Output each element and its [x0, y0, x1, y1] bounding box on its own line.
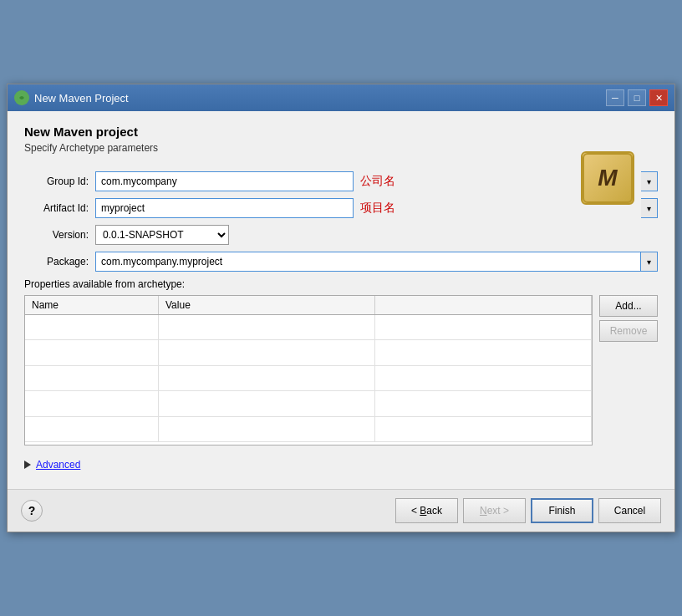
table-body [25, 315, 592, 442]
page-subtitle: Specify Archetype parameters [24, 142, 591, 154]
table-row[interactable] [25, 391, 592, 416]
artifact-id-row: Artifact Id: 项目名 ▾ [24, 198, 658, 218]
table-cell-name [25, 417, 159, 441]
group-id-annotation: 公司名 [360, 174, 395, 189]
package-input-wrapper: ▾ [95, 252, 658, 272]
package-row: Package: ▾ [24, 252, 658, 272]
advanced-expand-icon [24, 461, 31, 469]
group-id-input-wrapper: 公司名 ▾ [95, 171, 658, 191]
properties-buttons: Add... Remove [599, 295, 658, 445]
group-id-dropdown[interactable]: ▾ [641, 171, 658, 191]
table-cell-name [25, 315, 159, 339]
minimize-button[interactable]: ─ [606, 89, 624, 106]
table-cell-value [159, 366, 375, 390]
cancel-button[interactable]: Cancel [598, 498, 661, 523]
properties-area: Name Value [24, 295, 658, 445]
advanced-row[interactable]: Advanced [24, 454, 658, 476]
package-label: Package: [24, 256, 95, 267]
footer: ? < Back Next > Finish Cancel [8, 489, 674, 532]
table-cell-value [159, 315, 375, 339]
table-row[interactable] [25, 366, 592, 391]
maximize-button[interactable]: □ [628, 89, 646, 106]
group-id-input[interactable] [95, 171, 354, 191]
table-cell-name [25, 366, 159, 390]
back-button[interactable]: < Back [395, 498, 458, 523]
col-name: Name [25, 296, 159, 314]
next-button[interactable]: Next > [463, 498, 526, 523]
artifact-id-annotation: 项目名 [360, 201, 395, 216]
app-icon [14, 90, 29, 105]
package-dropdown[interactable]: ▾ [641, 252, 658, 272]
page-title: New Maven project [24, 125, 591, 139]
artifact-id-input-wrapper: 项目名 ▾ [95, 198, 658, 218]
table-header: Name Value [25, 296, 592, 315]
footer-left: ? [21, 500, 43, 522]
table-row[interactable] [25, 340, 592, 365]
table-cell-extra [375, 315, 592, 339]
group-id-label: Group Id: [24, 176, 95, 187]
table-row[interactable] [25, 315, 592, 340]
table-cell-value [159, 417, 375, 441]
version-label: Version: [24, 229, 95, 241]
table-cell-extra [375, 391, 592, 415]
version-row: Version: 0.0.1-SNAPSHOT [24, 225, 658, 245]
help-button[interactable]: ? [21, 500, 43, 522]
main-window: New Maven Project ─ □ ✕ New Maven projec… [7, 84, 675, 532]
artifact-id-label: Artifact Id: [24, 202, 95, 214]
remove-button[interactable]: Remove [599, 320, 658, 342]
add-button[interactable]: Add... [599, 295, 658, 317]
table-cell-name [25, 340, 159, 364]
header-row: New Maven project Specify Archetype para… [24, 125, 658, 171]
finish-button[interactable]: Finish [531, 498, 593, 523]
properties-table: Name Value [24, 295, 593, 445]
table-cell-extra [375, 366, 592, 390]
group-id-row: Group Id: 公司名 ▾ [24, 171, 658, 191]
title-bar: New Maven Project ─ □ ✕ [8, 84, 674, 111]
col-extra [375, 296, 592, 314]
table-cell-value [159, 391, 375, 415]
artifact-id-input[interactable] [95, 198, 354, 218]
title-bar-left: New Maven Project [14, 90, 129, 105]
form-section: New Maven project Specify Archetype para… [24, 125, 591, 167]
table-cell-extra [375, 417, 592, 441]
version-select[interactable]: 0.0.1-SNAPSHOT [95, 225, 229, 245]
col-value: Value [159, 296, 375, 314]
table-cell-name [25, 391, 159, 415]
artifact-id-dropdown[interactable]: ▾ [641, 198, 658, 218]
window-title: New Maven Project [34, 92, 129, 104]
package-input[interactable] [95, 252, 641, 272]
version-input-wrapper: 0.0.1-SNAPSHOT [95, 225, 658, 245]
content-area: New Maven project Specify Archetype para… [8, 111, 674, 489]
table-cell-value [159, 340, 375, 364]
footer-right: < Back Next > Finish Cancel [395, 498, 661, 523]
table-row[interactable] [25, 417, 592, 442]
close-button[interactable]: ✕ [649, 89, 668, 106]
window-controls: ─ □ ✕ [606, 89, 668, 106]
properties-label: Properties available from archetype: [24, 278, 658, 290]
advanced-label: Advanced [36, 459, 80, 471]
table-cell-extra [375, 340, 592, 364]
maven-logo: M [581, 151, 634, 205]
